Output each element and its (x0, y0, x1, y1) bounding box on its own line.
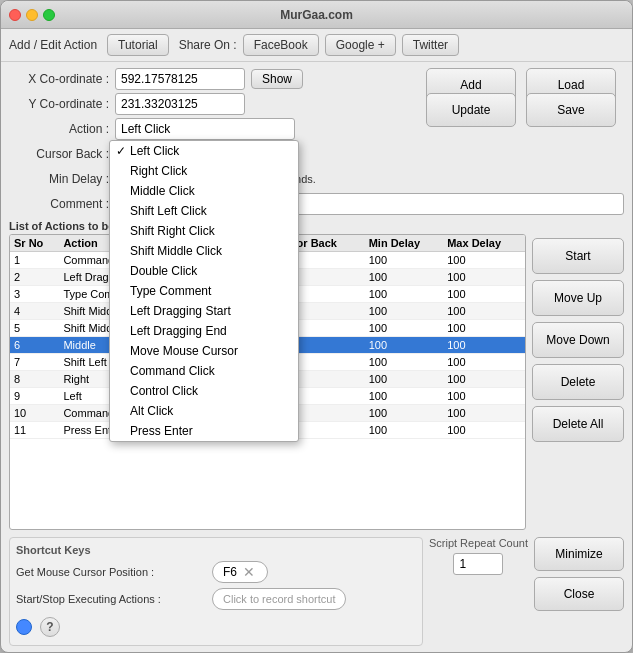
action-dropdown-menu: Left Click Right Click Middle Click Shif… (109, 140, 299, 442)
dropdown-item-control-click[interactable]: Control Click (110, 381, 298, 401)
cell-sr: 7 (10, 354, 59, 371)
cell-max-delay: 100 (443, 269, 525, 286)
cell-max-delay: 100 (443, 371, 525, 388)
help-button[interactable]: ? (40, 617, 60, 637)
shortcut-area: Shortcut Keys Get Mouse Cursor Position … (9, 537, 423, 646)
dropdown-item-press-enter[interactable]: Press Enter (110, 421, 298, 441)
shortcut-section: Shortcut Keys Get Mouse Cursor Position … (9, 537, 423, 646)
list-area: List of Actions to be Ex Sr No Action X … (9, 220, 624, 530)
cell-min-delay: 100 (365, 388, 444, 405)
cell-max-delay: 100 (443, 337, 525, 354)
cell-max-delay: 100 (443, 286, 525, 303)
delete-all-button[interactable]: Delete All (532, 406, 624, 442)
cell-sr: 11 (10, 422, 59, 439)
action-row: Action : Left Click Left Click Right Cli… (9, 118, 624, 140)
shortcut-title: Shortcut Keys (16, 544, 416, 556)
x-coord-label: X Co-ordinate : (9, 72, 109, 86)
main-content: X Co-ordinate : Show Add Load Y Co-ordin… (1, 62, 632, 652)
twitter-button[interactable]: Twitter (402, 34, 459, 56)
comment-row: Comment : (9, 193, 624, 215)
window-title: MurGaa.com (280, 8, 353, 22)
side-buttons: Start Move Up Move Down Delete Delete Al… (532, 220, 624, 530)
action-selected-value: Left Click (121, 122, 170, 136)
cell-max-delay: 100 (443, 303, 525, 320)
dropdown-item-type-comment[interactable]: Type Comment (110, 281, 298, 301)
cursor-back-row: Cursor Back : (9, 143, 624, 165)
dropdown-item-shift-right[interactable]: Shift Right Click (110, 221, 298, 241)
show-button[interactable]: Show (251, 69, 303, 89)
col-sr: Sr No (10, 235, 59, 252)
cell-min-delay: 100 (365, 320, 444, 337)
cell-sr: 6 (10, 337, 59, 354)
script-repeat-input[interactable] (453, 553, 503, 575)
col-max-delay: Max Delay (443, 235, 525, 252)
toolbar: Add / Edit Action Tutorial Share On : Fa… (1, 29, 632, 62)
cell-sr: 1 (10, 252, 59, 269)
cell-max-delay: 100 (443, 388, 525, 405)
col-min-delay: Min Delay (365, 235, 444, 252)
cell-sr: 9 (10, 388, 59, 405)
dropdown-item-command-click[interactable]: Command Click (110, 361, 298, 381)
get-mouse-label: Get Mouse Cursor Position : (16, 566, 206, 578)
delete-button[interactable]: Delete (532, 364, 624, 400)
dropdown-item-middle-click[interactable]: Middle Click (110, 181, 298, 201)
record-shortcut-button[interactable]: Click to record shortcut (212, 588, 346, 610)
start-button[interactable]: Start (532, 238, 624, 274)
min-delay-row: Min Delay : Before Action in MilliSecond… (9, 168, 624, 190)
cell-min-delay: 100 (365, 354, 444, 371)
dropdown-item-left-drag-start[interactable]: Left Dragging Start (110, 301, 298, 321)
dropdown-item-double-click[interactable]: Double Click (110, 261, 298, 281)
cell-sr: 3 (10, 286, 59, 303)
cell-sr: 5 (10, 320, 59, 337)
get-mouse-key-box[interactable]: F6 ✕ (212, 561, 268, 583)
min-delay-label: Min Delay : (9, 172, 109, 186)
cell-min-delay: 100 (365, 269, 444, 286)
x-coord-input[interactable] (115, 68, 245, 90)
get-mouse-row: Get Mouse Cursor Position : F6 ✕ (16, 561, 416, 583)
cell-max-delay: 100 (443, 320, 525, 337)
traffic-lights (9, 9, 55, 21)
clear-mouse-key-button[interactable]: ✕ (241, 564, 257, 580)
script-count-area: Script Repeat Count (429, 537, 528, 575)
cell-min-delay: 100 (365, 422, 444, 439)
y-coord-row: Y Co-ordinate : Update Save (9, 93, 624, 115)
move-down-button[interactable]: Move Down (532, 322, 624, 358)
get-mouse-key: F6 (223, 565, 237, 579)
cell-sr: 4 (10, 303, 59, 320)
cell-min-delay: 100 (365, 371, 444, 388)
dropdown-item-left-drag-end[interactable]: Left Dragging End (110, 321, 298, 341)
dropdown-item-left-click[interactable]: Left Click (110, 141, 298, 161)
dropdown-item-move-mouse[interactable]: Move Mouse Cursor (110, 341, 298, 361)
dropdown-item-shift-middle[interactable]: Shift Middle Click (110, 241, 298, 261)
start-stop-label: Start/Stop Executing Actions : (16, 593, 206, 605)
action-select[interactable]: Left Click (115, 118, 295, 140)
start-stop-row: Start/Stop Executing Actions : Click to … (16, 588, 416, 610)
dropdown-item-shift-left[interactable]: Shift Left Click (110, 201, 298, 221)
action-label: Action : (9, 122, 109, 136)
minimize-traffic-light[interactable] (26, 9, 38, 21)
close-button[interactable]: Close (534, 577, 624, 611)
cell-sr: 10 (10, 405, 59, 422)
cell-min-delay: 100 (365, 303, 444, 320)
googleplus-button[interactable]: Google + (325, 34, 396, 56)
tutorial-button[interactable]: Tutorial (107, 34, 169, 56)
bottom-area: Shortcut Keys Get Mouse Cursor Position … (9, 537, 624, 646)
cell-max-delay: 100 (443, 354, 525, 371)
minimize-button[interactable]: Minimize (534, 537, 624, 571)
maximize-traffic-light[interactable] (43, 9, 55, 21)
facebook-button[interactable]: FaceBook (243, 34, 319, 56)
cell-max-delay: 100 (443, 422, 525, 439)
script-repeat-label: Script Repeat Count (429, 537, 528, 549)
dropdown-item-alt-click[interactable]: Alt Click (110, 401, 298, 421)
cursor-back-label: Cursor Back : (9, 147, 109, 161)
cell-max-delay: 100 (443, 252, 525, 269)
dropdown-item-right-click[interactable]: Right Click (110, 161, 298, 181)
cell-sr: 2 (10, 269, 59, 286)
move-up-button[interactable]: Move Up (532, 280, 624, 316)
app-window: MurGaa.com Add / Edit Action Tutorial Sh… (0, 0, 633, 653)
cell-min-delay: 100 (365, 252, 444, 269)
indicator-row: ? (16, 615, 416, 639)
y-coord-input[interactable] (115, 93, 245, 115)
close-traffic-light[interactable] (9, 9, 21, 21)
title-bar: MurGaa.com (1, 1, 632, 29)
